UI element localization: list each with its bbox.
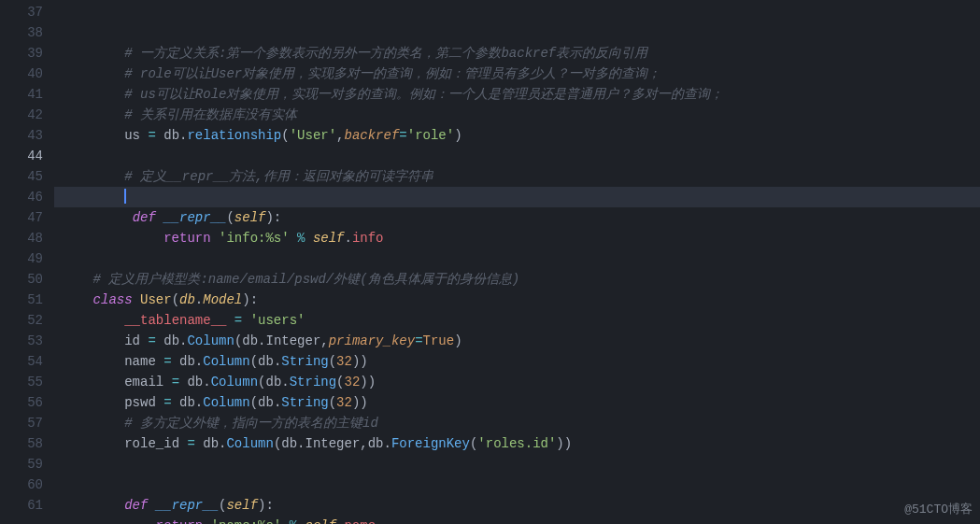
line-number: 57: [0, 413, 43, 433]
token: relationship: [187, 128, 281, 143]
token: Column: [187, 333, 234, 348]
token: db.: [179, 375, 211, 389]
line-number: 56: [0, 392, 43, 413]
code-line[interactable]: # 定义__repr__方法,作用：返回对象的可读字符串: [62, 166, 980, 187]
line-number: 42: [0, 105, 43, 125]
code-line[interactable]: def __repr__(self):: [62, 207, 980, 228]
token: (db.: [250, 395, 282, 410]
code-line[interactable]: __tablename__ = 'users': [62, 310, 980, 331]
token: # role可以让User对象使用，实现多对一的查询，例如：管理员有多少人？一对…: [124, 66, 660, 81]
token: =: [415, 333, 422, 348]
token: (: [336, 375, 344, 389]
token: (: [281, 128, 289, 143]
token: 'role': [407, 128, 454, 143]
code-line[interactable]: class User(db.Model):: [62, 290, 980, 310]
token: (: [226, 210, 234, 225]
token: db.: [156, 333, 188, 348]
code-area[interactable]: # 一方定义关系:第一个参数表示的另外一方的类名，第二个参数backref表示的…: [54, 0, 980, 524]
token: self: [313, 231, 345, 246]
line-number-gutter: 3738394041424344454647484950515253545556…: [0, 0, 54, 524]
code-line[interactable]: [54, 187, 980, 207]
code-line[interactable]: us = db.relationship('User',backref='rol…: [62, 125, 980, 146]
token: # us可以让Role对象使用，实现一对多的查询。例如：一个人是管理员还是普通用…: [124, 87, 723, 102]
token: self: [234, 210, 266, 225]
token: .: [195, 292, 203, 307]
token: )): [352, 354, 368, 369]
token: __repr__: [163, 210, 226, 225]
token: =: [234, 313, 242, 328]
token: 32: [345, 375, 361, 389]
code-line[interactable]: email = db.Column(db.String(32)): [62, 372, 980, 392]
token: # 关系引用在数据库没有实体: [124, 107, 297, 122]
token: db.: [195, 436, 227, 451]
code-line[interactable]: id = db.Column(db.Integer,primary_key=Tr…: [62, 331, 980, 351]
token: pswd: [124, 395, 163, 410]
token: True: [423, 333, 455, 348]
token: ):: [242, 292, 258, 307]
code-line[interactable]: # 一方定义关系:第一个参数表示的另外一方的类名，第二个参数backref表示的…: [62, 43, 980, 64]
token: (db.Integer,db.: [274, 436, 391, 451]
token: db.: [172, 395, 204, 410]
token: (db.: [258, 375, 290, 389]
token: # 定义__repr__方法,作用：返回对象的可读字符串: [124, 169, 433, 184]
code-line[interactable]: # role可以让User对象使用，实现多对一的查询，例如：管理员有多少人？一对…: [62, 64, 980, 84]
token: 'User': [290, 128, 336, 143]
token: 32: [336, 395, 352, 410]
token: ForeignKey: [391, 436, 470, 451]
token: Column: [226, 436, 273, 451]
token: 'users': [250, 313, 305, 328]
line-number: 39: [0, 43, 43, 64]
code-line[interactable]: [62, 474, 980, 495]
token: role_id: [124, 436, 187, 451]
token: name: [124, 354, 163, 369]
token: Column: [203, 395, 249, 410]
code-line[interactable]: # 关系引用在数据库没有实体: [62, 105, 980, 125]
token: return: [156, 518, 211, 524]
token: db.: [156, 128, 188, 143]
line-number: 37: [0, 2, 43, 22]
token: ): [454, 128, 462, 143]
token: User: [140, 292, 172, 307]
token: 32: [336, 354, 352, 369]
token: =: [148, 333, 155, 348]
token: # 一方定义关系:第一个参数表示的另外一方的类名，第二个参数backref表示的…: [124, 46, 647, 61]
code-line[interactable]: return 'info:%s' % self.info: [62, 228, 980, 248]
token: (: [329, 354, 336, 369]
code-line[interactable]: # 多方定义外键，指向一方的表名的主键id: [62, 413, 980, 433]
token: String: [281, 395, 328, 410]
token: name: [345, 518, 376, 524]
code-line[interactable]: [62, 454, 980, 474]
code-line[interactable]: name = db.Column(db.String(32)): [62, 351, 980, 372]
token: )): [360, 375, 376, 389]
token: email: [124, 375, 171, 389]
token: ):: [258, 498, 274, 513]
token: ):: [265, 210, 281, 225]
code-line[interactable]: pswd = db.Column(db.String(32)): [62, 392, 980, 413]
token: 'info:%s': [219, 231, 290, 246]
code-editor[interactable]: 3738394041424344454647484950515253545556…: [0, 0, 980, 524]
code-line[interactable]: def __repr__(self):: [62, 495, 980, 516]
token: String: [281, 354, 328, 369]
code-line[interactable]: [62, 146, 980, 166]
line-number: 50: [0, 269, 43, 290]
watermark-text: @51CTO博客: [904, 500, 973, 520]
token: __tablename__: [124, 313, 226, 328]
code-line[interactable]: role_id = db.Column(db.Integer,db.Foreig…: [62, 433, 980, 454]
token: =: [187, 436, 194, 451]
code-line[interactable]: # 定义用户模型类:name/email/pswd/外键(角色具体属于的身份信息…: [62, 269, 980, 290]
code-line[interactable]: [62, 248, 980, 269]
token: us: [124, 128, 148, 143]
code-line[interactable]: return 'name:%s' % self.name: [62, 516, 980, 524]
token: =: [163, 354, 171, 369]
token: ,: [336, 128, 344, 143]
token: Model: [203, 292, 242, 307]
code-line[interactable]: # us可以让Role对象使用，实现一对多的查询。例如：一个人是管理员还是普通用…: [62, 84, 980, 105]
token: (db.Integer,: [234, 333, 329, 348]
token: self: [305, 518, 336, 524]
line-number: 40: [0, 64, 43, 84]
token: 'name:%s': [211, 518, 282, 524]
token: ): [454, 333, 462, 348]
token: .: [336, 518, 344, 524]
line-number: 38: [0, 22, 43, 43]
token: String: [290, 375, 336, 389]
